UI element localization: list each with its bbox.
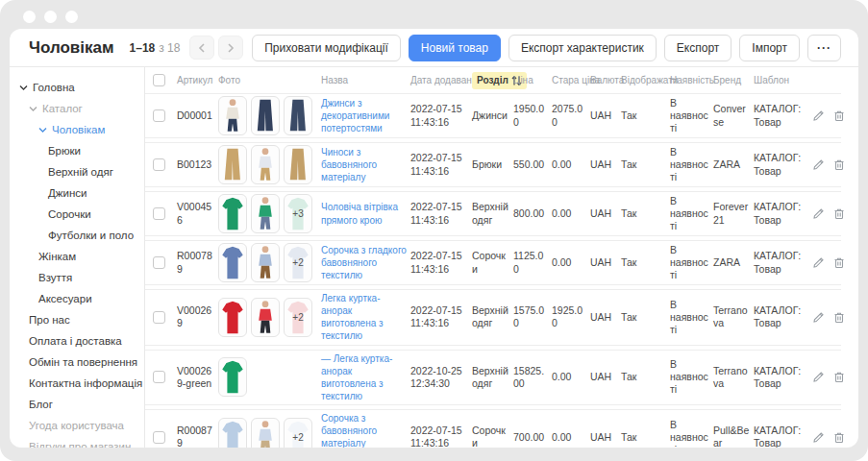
- old-price-cell: 1925.00: [552, 304, 590, 329]
- product-photo-thumb[interactable]: +3: [284, 194, 312, 233]
- product-name-link[interactable]: Легка куртка-анорак виготовлена з тексти…: [321, 293, 384, 341]
- product-photo-thumb[interactable]: [218, 145, 247, 184]
- time-value: 12:34:30: [410, 377, 468, 390]
- row-checkbox[interactable]: [153, 256, 165, 269]
- product-photo-thumb[interactable]: [218, 194, 247, 233]
- row-checkbox[interactable]: [153, 431, 165, 444]
- table-row: V000456+3Чоловіча вітрівка прямого крою2…: [145, 191, 841, 236]
- row-checkbox[interactable]: [153, 311, 165, 324]
- product-name-link[interactable]: Сорочка з гладкого бавовняного текстилю: [321, 245, 407, 280]
- product-name-link[interactable]: Сорочка з бавовняного матеріалу притален…: [321, 413, 402, 448]
- sidebar-item-угода-користувача[interactable]: Угода користувача: [10, 415, 144, 436]
- template-catalog-label: КАТАЛОГ:: [754, 365, 807, 377]
- product-photo-thumb[interactable]: [251, 194, 280, 233]
- product-photo-thumb[interactable]: [251, 96, 280, 135]
- sidebar-item-чоловікам[interactable]: Чоловікам: [10, 119, 144, 140]
- product-photo-thumb[interactable]: [218, 298, 247, 337]
- edit-icon: [812, 207, 825, 220]
- product-name-link[interactable]: Джинси з декоративними потертостями: [321, 98, 389, 133]
- next-page-button[interactable]: [218, 36, 243, 60]
- delete-button[interactable]: [832, 310, 846, 324]
- row-checkbox[interactable]: [153, 109, 165, 122]
- more-actions-button[interactable]: ···: [807, 35, 841, 61]
- edit-button[interactable]: [811, 371, 825, 384]
- product-photo-thumb[interactable]: +2: [284, 298, 312, 337]
- template-catalog-label: КАТАЛОГ:: [754, 201, 807, 213]
- product-photo-thumb[interactable]: [218, 418, 247, 448]
- sidebar-item-контактна-інформація[interactable]: Контактна інформація: [10, 373, 144, 394]
- product-photo-thumb[interactable]: [251, 145, 280, 184]
- time-value: 11:43:16: [410, 263, 468, 276]
- sidebar-item-каталог[interactable]: Каталог: [10, 98, 144, 119]
- edit-button[interactable]: [811, 158, 825, 172]
- product-photo-thumb[interactable]: [284, 96, 312, 135]
- sidebar-item-жінкам[interactable]: Жінкам: [10, 246, 144, 267]
- sidebar-item-джинси[interactable]: Джинси: [10, 182, 144, 204]
- product-name-link[interactable]: — Легка куртка-анорак виготовлена з текс…: [321, 353, 392, 401]
- sidebar-item-верхній-одяг[interactable]: Верхній одяг: [10, 161, 144, 182]
- edit-button[interactable]: [811, 109, 825, 123]
- date-value: 2022-07-15: [410, 250, 468, 262]
- row-checkbox[interactable]: [153, 371, 165, 383]
- product-photo-thumb[interactable]: [251, 243, 280, 282]
- sidebar-item-сорочки[interactable]: Сорочки: [10, 204, 144, 225]
- edit-button[interactable]: [811, 256, 825, 270]
- row-checkbox[interactable]: [153, 207, 165, 220]
- sidebar-item-аксесуари[interactable]: Аксесуари: [10, 288, 144, 309]
- sidebar-item-label: Брюки: [48, 145, 81, 157]
- edit-button[interactable]: [811, 207, 825, 221]
- product-photo-thumb[interactable]: [284, 145, 312, 184]
- sidebar-item-брюки[interactable]: Брюки: [10, 140, 144, 161]
- edit-button[interactable]: [811, 430, 825, 444]
- product-photo-thumb[interactable]: [251, 418, 280, 448]
- admin-panel: Чоловікам 1–18 з 18 Приховати модифікаці…: [10, 29, 858, 448]
- new-product-button[interactable]: Новий товар: [409, 35, 501, 61]
- delete-icon: [833, 207, 845, 220]
- sidebar-item-блог[interactable]: Блог: [10, 394, 144, 415]
- prev-page-button[interactable]: [189, 36, 214, 60]
- sidebar-item-взуття[interactable]: Взуття: [10, 267, 144, 288]
- photo-cell: +3: [218, 194, 321, 233]
- template-type-label: Товар: [754, 437, 807, 448]
- delete-button[interactable]: [832, 158, 846, 172]
- product-photo-thumb[interactable]: [218, 96, 247, 135]
- delete-button[interactable]: [832, 256, 846, 270]
- column-header-розділ[interactable]: Розділ: [472, 72, 513, 89]
- sidebar-item-label: Головна: [33, 82, 75, 93]
- date-added-cell: 2022-07-1511:43:16: [410, 152, 472, 177]
- old-price-cell: 0.00: [552, 207, 590, 220]
- hide-modifications-button[interactable]: Приховати модифікації: [252, 35, 401, 61]
- edit-button[interactable]: [811, 310, 825, 324]
- product-photo-thumb[interactable]: +2: [284, 243, 312, 282]
- sidebar-item-оплата-і-доставка[interactable]: Оплата і доставка: [10, 330, 144, 352]
- sidebar-item-відгуки-про-магазин[interactable]: Відгуки про магазин: [10, 436, 144, 448]
- delete-button[interactable]: [832, 207, 846, 221]
- delete-button[interactable]: [832, 371, 846, 384]
- product-photo-thumb[interactable]: +2: [284, 418, 312, 448]
- product-photo-thumb[interactable]: [218, 357, 247, 397]
- column-header-label: Розділ: [477, 75, 508, 85]
- photo-cell: +2: [218, 243, 321, 282]
- product-photo-thumb[interactable]: [251, 298, 280, 337]
- product-photo-thumb[interactable]: [218, 243, 247, 282]
- page-body: ГоловнаКаталогЧоловікамБрюкиВерхній одяг…: [10, 67, 858, 448]
- product-name-link[interactable]: Чиноси з бавовняного матеріалу: [321, 147, 377, 182]
- export-characteristics-button[interactable]: Експорт характеристик: [508, 35, 657, 61]
- select-all-checkbox[interactable]: [153, 74, 165, 86]
- section-cell: Джинси: [472, 109, 513, 122]
- sidebar-item-обмін-та-повернення[interactable]: Обмін та повернення: [10, 352, 144, 373]
- table-row: B00123Чиноси з бавовняного матеріалу2022…: [145, 142, 841, 187]
- column-header-назва: Назва: [321, 75, 410, 85]
- sidebar-item-про-нас[interactable]: Про нас: [10, 309, 144, 330]
- delete-button[interactable]: [832, 109, 846, 123]
- product-name-link[interactable]: Чоловіча вітрівка прямого крою: [321, 202, 398, 225]
- import-button[interactable]: Імпорт: [739, 35, 800, 61]
- delete-button[interactable]: [832, 430, 846, 444]
- price-cell: 1950.00: [513, 103, 552, 128]
- product-photo: [285, 145, 311, 184]
- sidebar-item-головна[interactable]: Головна: [10, 77, 144, 98]
- row-checkbox[interactable]: [153, 158, 165, 171]
- delete-icon: [833, 256, 845, 269]
- sidebar-item-футболки-и-поло[interactable]: Футболки и поло: [10, 225, 144, 246]
- export-button[interactable]: Експорт: [664, 35, 732, 61]
